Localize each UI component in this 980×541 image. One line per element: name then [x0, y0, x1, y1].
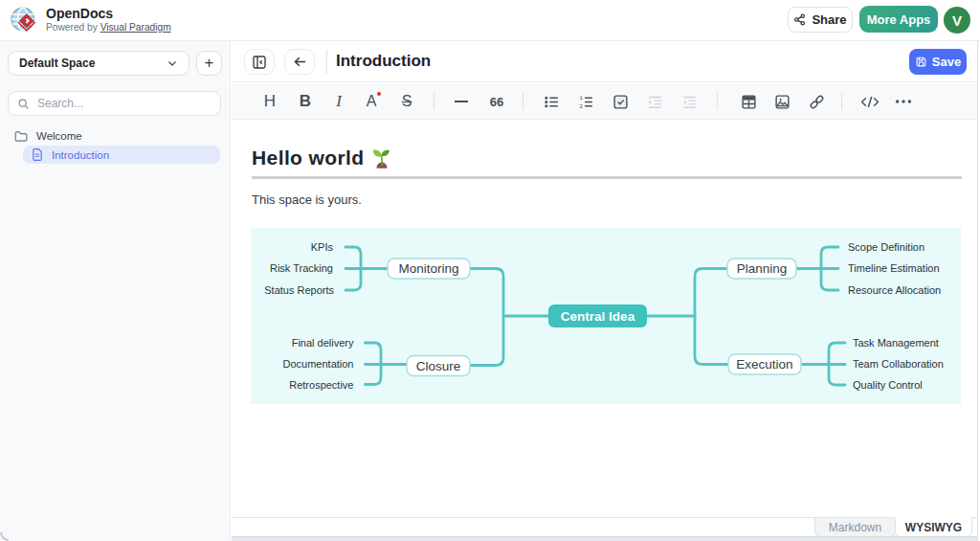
svg-text:Task Management: Task Management: [853, 337, 939, 349]
svg-text:Team Collaboration: Team Collaboration: [853, 358, 944, 370]
svg-text:Risk Tracking: Risk Tracking: [270, 262, 333, 274]
svg-text:Scope Definition: Scope Definition: [848, 241, 924, 253]
svg-text:Timeline Estimation: Timeline Estimation: [848, 262, 940, 274]
svg-text:2: 2: [579, 102, 583, 108]
svg-text:Resource Allocation: Resource Allocation: [848, 284, 941, 296]
svg-text:Closure: Closure: [416, 359, 461, 373]
svg-text:Monitoring: Monitoring: [398, 261, 458, 276]
svg-text:Planning: Planning: [737, 261, 788, 276]
svg-text:KPIs: KPIs: [311, 241, 334, 253]
svg-text:Status Reports: Status Reports: [264, 284, 334, 296]
svg-text:1: 1: [579, 95, 583, 101]
svg-text:Central Idea: Central Idea: [561, 309, 635, 324]
svg-text:Final delivery: Final delivery: [292, 337, 354, 349]
svg-text:Quality Control: Quality Control: [853, 379, 923, 391]
svg-text:Documentation: Documentation: [283, 358, 354, 370]
svg-text:Retrospective: Retrospective: [289, 379, 353, 391]
svg-text:Execution: Execution: [736, 357, 792, 372]
